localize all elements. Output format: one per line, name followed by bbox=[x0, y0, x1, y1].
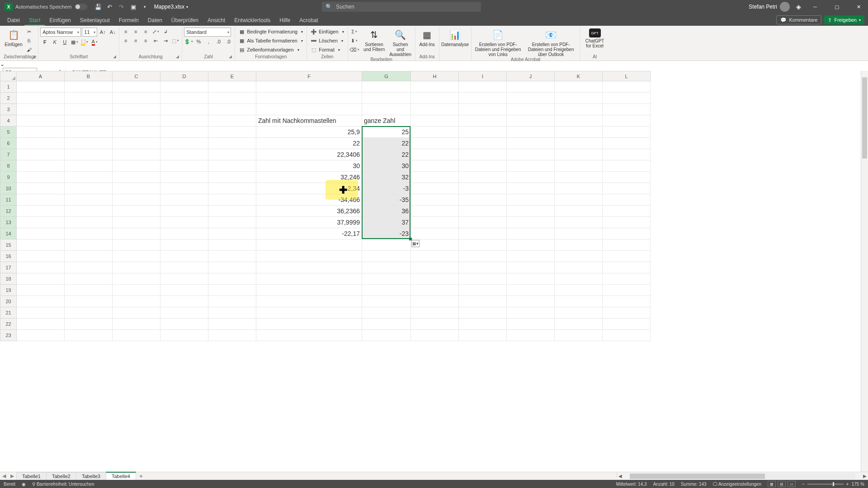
column-header[interactable]: C bbox=[113, 71, 160, 78]
close-button[interactable]: ✕ bbox=[851, 0, 866, 13]
column-header[interactable]: A bbox=[17, 71, 65, 78]
font-name-combo[interactable]: Aptos Narrow bbox=[40, 28, 81, 37]
diamond-icon[interactable]: ◈ bbox=[796, 3, 801, 10]
qat-dropdown-icon[interactable]: ▾ bbox=[142, 3, 149, 10]
grid[interactable]: ABCDEFGHIJKL1234Zahl mit Nachkommastelle… bbox=[0, 71, 861, 77]
save-icon[interactable]: 💾 bbox=[94, 3, 102, 10]
ribbon-tab-acrobat[interactable]: Acrobat bbox=[295, 15, 322, 26]
dialog-launcher-icon[interactable]: ◢ bbox=[229, 54, 232, 59]
autosave-toggle[interactable] bbox=[75, 4, 87, 10]
minimize-button[interactable]: ─ bbox=[807, 0, 823, 13]
align-left-icon[interactable]: ≡ bbox=[121, 37, 130, 45]
decrease-indent-icon[interactable]: ⇤ bbox=[151, 37, 160, 45]
accounting-format-icon[interactable]: 💲 bbox=[184, 38, 193, 46]
ribbon-tab-seitenlayout[interactable]: Seitenlayout bbox=[75, 15, 114, 26]
ribbon-tab-start[interactable]: Start bbox=[24, 15, 45, 26]
autosum-icon[interactable]: Σ bbox=[350, 28, 359, 36]
orientation-icon[interactable]: ⤢ bbox=[151, 28, 160, 36]
format-icon: ⬚ bbox=[311, 47, 317, 53]
increase-font-icon[interactable]: A↑ bbox=[98, 28, 107, 36]
share-icon: ⇪ bbox=[828, 17, 832, 23]
paste-button[interactable]: 📋 Einfügen bbox=[4, 28, 24, 47]
font-color-icon[interactable]: A bbox=[90, 38, 99, 46]
ribbon-tab-daten[interactable]: Daten bbox=[143, 15, 167, 26]
increase-indent-icon[interactable]: ⇥ bbox=[161, 37, 170, 45]
cut-icon[interactable]: ✂ bbox=[24, 28, 33, 36]
ribbon-tab-datei[interactable]: Datei bbox=[3, 15, 24, 26]
column-header[interactable]: F bbox=[256, 71, 362, 78]
column-header[interactable]: H bbox=[411, 71, 459, 78]
format-as-table-button[interactable]: ▦Als Tabelle formatieren▾ bbox=[237, 37, 305, 45]
camera-icon[interactable]: ▣ bbox=[130, 3, 137, 10]
fill-icon[interactable]: ⬇ bbox=[350, 37, 359, 45]
bold-icon[interactable]: F bbox=[40, 38, 49, 46]
column-header[interactable]: B bbox=[65, 71, 113, 78]
clear-icon[interactable]: ⌫ bbox=[350, 46, 359, 54]
data-analysis-button[interactable]: 📊 Datenanalyse bbox=[441, 28, 469, 47]
format-cells-button[interactable]: ⬚Format▾ bbox=[309, 46, 345, 54]
maximize-button[interactable]: ▢ bbox=[829, 0, 844, 13]
undo-icon[interactable]: ↶ bbox=[106, 3, 113, 10]
decrease-font-icon[interactable]: A↓ bbox=[108, 28, 117, 36]
conditional-formatting-button[interactable]: ▦Bedingte Formatierung▾ bbox=[237, 28, 305, 36]
comments-button[interactable]: 💬 Kommentare bbox=[776, 15, 821, 24]
align-right-icon[interactable]: ≡ bbox=[141, 37, 150, 45]
create-pdf-link-button[interactable]: 📄 Erstellen von PDF-Dateien und Freigebe… bbox=[473, 28, 523, 57]
borders-icon[interactable]: ▦ bbox=[70, 38, 79, 46]
collapse-ribbon-icon[interactable]: ⌄ bbox=[0, 61, 868, 67]
italic-icon[interactable]: K bbox=[50, 38, 59, 46]
group-editing: Σ ⬇ ⌫ ⇅ Sortieren und Filtern 🔍 Suchen u… bbox=[348, 27, 415, 61]
decrease-decimal-icon[interactable]: .0 bbox=[224, 38, 233, 46]
dialog-launcher-icon[interactable]: ◢ bbox=[176, 54, 179, 59]
redo-icon[interactable]: ↷ bbox=[118, 3, 125, 10]
cell-styles-button[interactable]: ▤Zellenformatvorlagen▾ bbox=[237, 46, 305, 54]
ribbon-tab-überprüfen[interactable]: Überprüfen bbox=[167, 15, 203, 26]
fill-color-icon[interactable]: ⬚ bbox=[80, 38, 89, 46]
underline-icon[interactable]: U bbox=[60, 38, 69, 46]
select-all-button[interactable] bbox=[0, 71, 17, 78]
align-center-icon[interactable]: ≡ bbox=[131, 37, 140, 45]
font-size-combo[interactable]: 11 bbox=[82, 28, 97, 37]
sort-filter-button[interactable]: ⇅ Sortieren und Filtern bbox=[362, 28, 387, 52]
column-header[interactable]: E bbox=[208, 71, 256, 78]
sort-filter-icon: ⇅ bbox=[368, 28, 381, 41]
wrap-text-icon[interactable]: ↲ bbox=[161, 28, 170, 36]
share-button[interactable]: ⇪ Freigeben ▾ bbox=[824, 15, 864, 24]
autosave[interactable]: Automatisches Speichern bbox=[15, 4, 87, 10]
align-bottom-icon[interactable]: ≡ bbox=[141, 28, 150, 36]
ribbon-tab-ansicht[interactable]: Ansicht bbox=[203, 15, 230, 26]
account-button[interactable]: Stefan Petri bbox=[749, 2, 790, 12]
search[interactable]: 🔍 Suchen bbox=[322, 2, 481, 12]
create-pdf-outlook-button[interactable]: 📧 Erstellen von PDF-Dateien und Freigebe… bbox=[524, 28, 578, 57]
percent-icon[interactable]: % bbox=[194, 38, 203, 46]
column-header[interactable]: J bbox=[507, 71, 555, 78]
ribbon-tab-formeln[interactable]: Formeln bbox=[114, 15, 143, 26]
search-icon: 🔍 bbox=[326, 4, 332, 10]
column-header[interactable]: G bbox=[362, 71, 411, 78]
ribbon-tab-einfügen[interactable]: Einfügen bbox=[45, 15, 75, 26]
merge-cells-icon[interactable]: ⬚ bbox=[171, 37, 180, 45]
ribbon-tab-entwicklertools[interactable]: Entwicklertools bbox=[230, 15, 275, 26]
chatgpt-button[interactable]: GPT ChatGPT for Excel bbox=[582, 28, 608, 48]
increase-decimal-icon[interactable]: .0 bbox=[214, 38, 223, 46]
dialog-launcher-icon[interactable]: ◢ bbox=[32, 54, 35, 59]
comma-icon[interactable]: , bbox=[204, 38, 213, 46]
copy-icon[interactable]: ⎘ bbox=[24, 37, 33, 45]
vertical-scrollbar[interactable] bbox=[861, 71, 868, 77]
column-header[interactable]: L bbox=[603, 71, 651, 78]
cell-styles-icon: ▤ bbox=[239, 47, 245, 53]
ribbon-tab-hilfe[interactable]: Hilfe bbox=[275, 15, 295, 26]
workbook-name[interactable]: Mappe3.xlsx ▾ bbox=[154, 4, 188, 10]
number-format-combo[interactable]: Standard bbox=[184, 28, 231, 37]
find-select-button[interactable]: 🔍 Suchen und Auswählen bbox=[388, 28, 413, 57]
align-middle-icon[interactable]: ≡ bbox=[131, 28, 140, 36]
column-header[interactable]: D bbox=[160, 71, 208, 78]
insert-cells-button[interactable]: ➕Einfügen▾ bbox=[309, 28, 345, 36]
dialog-launcher-icon[interactable]: ◢ bbox=[113, 54, 116, 59]
column-header[interactable]: K bbox=[555, 71, 603, 78]
align-top-icon[interactable]: ≡ bbox=[121, 28, 130, 36]
addins-button[interactable]: ▦ Add-Ins bbox=[417, 28, 437, 47]
delete-cells-button[interactable]: ➖Löschen▾ bbox=[309, 37, 345, 45]
column-header[interactable]: I bbox=[459, 71, 507, 78]
format-painter-icon[interactable]: 🖌 bbox=[24, 46, 33, 54]
